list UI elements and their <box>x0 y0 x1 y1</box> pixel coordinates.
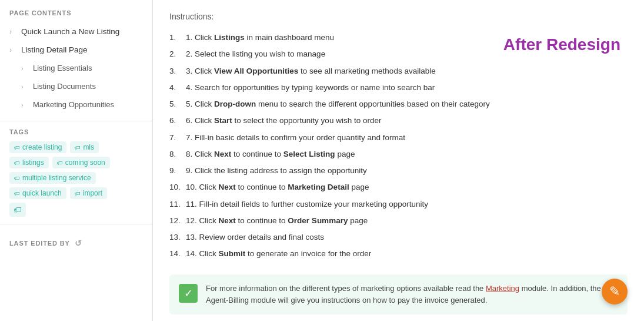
step-prefix: 3. <box>186 65 195 77</box>
tag-icon: 🏷 <box>14 190 20 197</box>
step-prefix: 2. <box>186 48 195 60</box>
step-prefix: 11. <box>186 198 199 210</box>
tag-label: quick launch <box>22 189 62 197</box>
tag-icon: 🏷 <box>57 160 63 166</box>
step-prefix: 5. <box>186 98 195 110</box>
step-text: Fill-in basic details to confirm your or… <box>195 132 405 144</box>
chevron-right-icon: › <box>9 46 16 54</box>
tag-create-listing[interactable]: 🏷 create listing <box>9 141 66 153</box>
tag-icon: 🏷 <box>14 175 20 181</box>
step-10: 10. Click Next to continue to Marketing … <box>169 179 628 196</box>
tag-label: coming soon <box>65 158 105 167</box>
nav-item-label: Listing Documents <box>33 82 96 91</box>
info-text-before: For more information on the different ty… <box>206 284 486 293</box>
history-icon: ↺ <box>75 239 82 248</box>
edit-fab-button[interactable]: ✎ <box>602 279 628 305</box>
last-edited-text: LAST EDITED BY <box>9 240 70 247</box>
step-5: 5. Click Drop-down menu to search the di… <box>169 96 628 112</box>
step-9: 9. Click the listing address to assign t… <box>169 163 628 179</box>
instructions-list: 1. Click Listings in main dashboard menu… <box>169 29 628 263</box>
tag-coming-soon[interactable]: 🏷 coming soon <box>52 157 110 168</box>
sidebar: PAGE CONTENTS › Quick Launch a New Listi… <box>0 0 153 321</box>
add-tag-button[interactable]: 🏷 <box>9 203 26 217</box>
step-text: Review order details and final costs <box>199 231 324 243</box>
marketing-link[interactable]: Marketing <box>486 284 519 293</box>
step-text: Fill-in detail fields to further customi… <box>199 198 428 210</box>
step-7: 7. Fill-in basic details to confirm your… <box>169 130 628 146</box>
last-edited-section: LAST EDITED BY ↺ <box>0 231 152 248</box>
step-prefix: 6. <box>186 115 195 127</box>
divider-2 <box>0 224 152 224</box>
after-redesign-heading: After Redesign <box>503 35 620 54</box>
nav-item-quick-launch[interactable]: › Quick Launch a New Listing <box>0 22 152 41</box>
last-edited-label: LAST EDITED BY ↺ <box>9 239 143 248</box>
step-3: 3. Click View All Opportunities to see a… <box>169 63 628 80</box>
step-14: 14. Click Submit to generate an invoice … <box>169 246 628 262</box>
step-text: Select the listing you wish to manage <box>195 48 325 60</box>
tags-row-4: 🏷 quick launch 🏷 import <box>9 187 143 199</box>
divider <box>0 121 152 121</box>
tag-mls[interactable]: 🏷 mls <box>70 141 99 153</box>
nav-item-label: Listing Essentials <box>33 64 92 72</box>
tag-icon: 🏷 <box>75 144 81 151</box>
step-text: Click Submit to generate an invoice for … <box>199 248 372 260</box>
tag-multiple-listing-service[interactable]: 🏷 multiple listing service <box>9 172 96 184</box>
step-text: Click View All Opportunities to see all … <box>195 65 436 77</box>
tag-label: create listing <box>22 143 62 151</box>
nav-item-label: Listing Detail Page <box>21 45 88 54</box>
step-text: Click the listing address to assign the … <box>195 165 367 177</box>
info-box-text: For more information on the different ty… <box>206 283 618 306</box>
tag-icon: 🏷 <box>14 144 20 151</box>
tags-row-3: 🏷 multiple listing service <box>9 172 143 184</box>
chevron-right-icon: › <box>21 83 28 90</box>
check-icon: ✓ <box>179 284 198 303</box>
main-content: Instructions: After Redesign 1. Click Li… <box>153 0 644 321</box>
instructions-label: Instructions: <box>169 12 628 21</box>
page-contents-label: PAGE CONTENTS <box>0 9 152 22</box>
chevron-right-icon: › <box>9 28 16 36</box>
step-text: Click Start to select the opportunity yo… <box>195 115 381 127</box>
tag-icon: 🏷 <box>75 190 81 197</box>
tag-label: mls <box>83 143 94 151</box>
step-text: Click Listings in main dashboard menu <box>195 32 334 44</box>
step-text: Click Next to continue to Select Listing… <box>195 148 355 160</box>
step-text: Click Next to continue to Order Summary … <box>199 215 368 227</box>
tag-label: listings <box>22 158 44 167</box>
tags-row-2: 🏷 listings 🏷 coming soon <box>9 157 143 168</box>
step-prefix: 13. <box>186 231 199 243</box>
step-prefix: 12. <box>186 215 199 227</box>
tag-icon: 🏷 <box>14 160 20 166</box>
step-4: 4. Search for opportunities by typing ke… <box>169 80 628 96</box>
step-6: 6. Click Start to select the opportunity… <box>169 112 628 129</box>
step-prefix: 7. <box>186 132 195 144</box>
nav-item-label: Marketing Opportunities <box>33 100 114 109</box>
step-text: Click Drop-down menu to search the diffe… <box>195 98 490 110</box>
step-text: Search for opportunities by typing keywo… <box>195 82 435 94</box>
nav-item-marketing-opportunities[interactable]: › Marketing Opportunities <box>0 95 152 114</box>
tag-quick-launch[interactable]: 🏷 quick launch <box>9 187 66 199</box>
nav-item-listing-documents[interactable]: › Listing Documents <box>0 77 152 95</box>
nav-item-listing-detail[interactable]: › Listing Detail Page <box>0 41 152 59</box>
tag-icon: 🏷 <box>14 205 22 214</box>
step-prefix: 10. <box>186 181 199 193</box>
tags-section: TAGS 🏷 create listing 🏷 mls 🏷 listings 🏷… <box>0 128 152 217</box>
step-8: 8. Click Next to continue to Select List… <box>169 146 628 163</box>
nav-item-label: Quick Launch a New Listing <box>21 27 119 36</box>
edit-icon: ✎ <box>609 284 620 299</box>
tag-label: import <box>83 189 102 197</box>
step-prefix: 1. <box>186 32 195 44</box>
tag-listings[interactable]: 🏷 listings <box>9 157 49 168</box>
step-prefix: 4. <box>186 82 195 94</box>
step-12: 12. Click Next to continue to Order Summ… <box>169 213 628 229</box>
step-prefix: 9. <box>186 165 195 177</box>
step-text: Click Next to continue to Marketing Deta… <box>199 181 369 193</box>
step-prefix: 14. <box>186 248 199 260</box>
step-prefix: 8. <box>186 148 195 160</box>
tags-label: TAGS <box>9 128 143 135</box>
tag-import[interactable]: 🏷 import <box>70 187 107 199</box>
tag-label: multiple listing service <box>22 174 91 182</box>
tags-row-5: 🏷 <box>9 203 143 217</box>
nav-item-listing-essentials[interactable]: › Listing Essentials <box>0 59 152 77</box>
chevron-right-icon: › <box>21 101 28 108</box>
step-11: 11. Fill-in detail fields to further cus… <box>169 196 628 213</box>
